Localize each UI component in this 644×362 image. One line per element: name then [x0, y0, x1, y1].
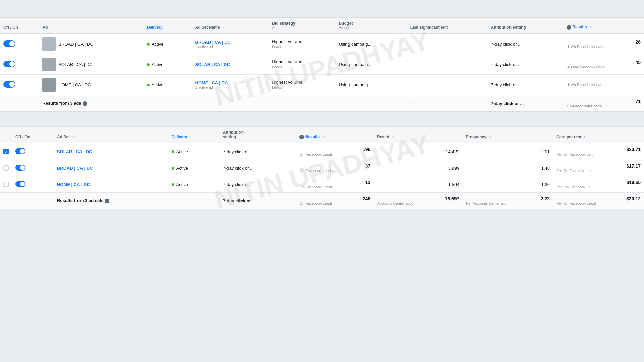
- adset-toggle-cell[interactable]: [12, 176, 54, 193]
- adset-results-cell: 37 On-Facebook Leads: [296, 160, 374, 176]
- ad-name: BROAD | CA | DC: [58, 42, 93, 47]
- bid-strategy-cell: Highest volume Leads: [269, 34, 335, 54]
- bsummary-results: 246 On-Facebook Leads: [296, 193, 374, 209]
- results-sub: ⬇ On-Facebook Lead: [567, 83, 641, 87]
- adset-results-info-icon[interactable]: i: [299, 135, 304, 139]
- download-icon: ⬇: [567, 45, 570, 49]
- col-header-adset-results: i Results ▼: [296, 127, 374, 143]
- bid-strategy-value: Highest volume: [272, 59, 302, 64]
- results-number: 45: [567, 60, 641, 65]
- status-dot: [147, 43, 150, 46]
- toggle-switch[interactable]: [3, 81, 15, 88]
- delivery-cell: Active: [144, 34, 192, 54]
- ad-set-link[interactable]: BROAD | CA | DC: [195, 40, 231, 45]
- attribution-cell: 7-day click or ...: [488, 54, 563, 75]
- col-header-reach: Reach ▼: [374, 127, 463, 143]
- col-header-ad-set-name: Ad Set Name ▼: [192, 18, 269, 34]
- top-table-row: HOME | CA | DC Active HOME | CA | DC 1 a…: [0, 75, 644, 95]
- adset-name-link[interactable]: BROAD | CA | DC: [57, 166, 93, 171]
- row-checkbox[interactable]: [3, 165, 9, 171]
- summary-results-sub: On-Facebook Leads: [567, 104, 641, 108]
- bsummary-reach-sub: Accounts Center acco...: [377, 201, 459, 205]
- ad-cell: HOME | CA | DC: [39, 75, 144, 95]
- adset-name-link[interactable]: HOME | CA | DC: [57, 182, 90, 187]
- bid-strategy-cell: Highest volume Leads: [269, 75, 335, 95]
- adset-cost-sub: Per On-Facebook Le...: [556, 169, 641, 173]
- adset-toggle-cell[interactable]: [12, 160, 54, 176]
- adset-reach-cell: 1,564: [374, 176, 463, 193]
- adset-cost-num: $17.17: [556, 163, 641, 169]
- adset-name-link[interactable]: SOLAR | CA | DC: [57, 149, 92, 154]
- col-header-adset-attribution: Attributionsetting: [220, 127, 296, 143]
- bottom-table-summary-row: Results from 3 ad sets i 7-day click or …: [0, 193, 644, 209]
- ad-thumbnail: [42, 78, 56, 92]
- col-header-results: i Results ▼: [563, 18, 644, 34]
- bsummary-cost-sub: Per On-Facebook Leads: [556, 201, 641, 205]
- toggle-cell[interactable]: [0, 34, 39, 54]
- bsummary-results-sub: On-Facebook Leads: [299, 201, 370, 205]
- row-checkbox[interactable]: ✓: [3, 149, 9, 154]
- row-checkbox[interactable]: [3, 182, 9, 187]
- results-sub: ⬇ On-Facebook Leads: [567, 45, 641, 49]
- summary-bid: [269, 95, 335, 112]
- col-header-last-edit: Last significant edit: [407, 18, 488, 34]
- checkbox-cell[interactable]: [0, 176, 12, 193]
- download-icon: ⬇: [567, 83, 570, 87]
- ad-name: HOME | CA | DC: [58, 82, 91, 87]
- summary-attribution: 7-day click or ...: [488, 95, 563, 112]
- bsummary-attribution: 7-day click or ...: [220, 193, 296, 209]
- checkbox-cell[interactable]: ✓: [0, 143, 12, 160]
- ad-cell: SOLAR | CA | DC: [39, 54, 144, 75]
- adset-delivery-cell: Active: [168, 143, 220, 160]
- adset-toggle[interactable]: [15, 165, 25, 171]
- bid-strategy-value: Highest volume: [272, 80, 302, 85]
- adset-toggle-cell[interactable]: [12, 143, 54, 160]
- bsummary-frequency: 2.22 Per Accounts Center a...: [463, 193, 553, 209]
- budget-cell: Using campaig...: [335, 54, 407, 75]
- col-header-delivery[interactable]: Delivery ↑: [144, 18, 192, 34]
- ad-set-name-cell: SOLAR | CA | DC: [192, 54, 269, 75]
- adset-toggle[interactable]: [15, 148, 25, 154]
- col-header-adset-delivery[interactable]: Delivery ↑: [168, 127, 220, 143]
- toggle-cell[interactable]: [0, 54, 39, 75]
- adset-status-dot: [172, 167, 174, 170]
- results-number: 26: [567, 39, 641, 45]
- adset-name-cell: BROAD | CA | DC: [54, 160, 168, 176]
- adset-name-cell: SOLAR | CA | DC: [54, 143, 168, 160]
- summary-adset: [192, 95, 269, 112]
- col-header-ad: Ad: [39, 18, 144, 34]
- toggle-switch[interactable]: [3, 40, 15, 47]
- last-edit-cell: [407, 75, 488, 95]
- ad-set-link[interactable]: SOLAR | CA | DC: [195, 62, 230, 67]
- adset-results-sub: On-Facebook Leads: [299, 169, 370, 173]
- adset-results-sub: On-Facebook Leads: [299, 185, 370, 189]
- top-table-summary-row: Results from 3 ads i — 7-day click or ..…: [0, 95, 644, 112]
- bsummary-cost-num: $20.12: [556, 196, 641, 201]
- top-section: NITIN UPADHYAY Off / On Ad Delivery ↑ Ad…: [0, 17, 644, 120]
- col-header-attribution: Attribution setting: [488, 18, 563, 34]
- top-table-row: SOLAR | CA | DC Active SOLAR | CA | DC H…: [0, 54, 644, 75]
- adset-results-cell: 196 On-Facebook Leads: [296, 143, 374, 160]
- checkbox-cell[interactable]: [0, 160, 12, 176]
- top-table-section: Off / On Ad Delivery ↑ Ad Set Name ▼ Bid…: [0, 17, 644, 112]
- results-cell: 26 ⬇ On-Facebook Leads: [563, 34, 644, 54]
- ad-set-link[interactable]: HOME | CA | DC: [195, 80, 228, 85]
- last-edit-cell: [407, 34, 488, 54]
- col-header-adset-name: Ad Set ▼: [54, 127, 168, 143]
- bsummary-info-icon[interactable]: i: [105, 199, 109, 203]
- adset-results-sub: On-Facebook Leads: [299, 152, 370, 156]
- summary-empty: [0, 95, 39, 112]
- adset-cost-cell: $19.65 Per On-Facebook Le...: [553, 176, 644, 193]
- ad-name: SOLAR | CA | DC: [58, 62, 92, 67]
- status-dot: [147, 84, 150, 86]
- adset-toggle[interactable]: [15, 181, 25, 187]
- attribution-cell: 7-day click or ...: [488, 34, 563, 54]
- summary-info-icon[interactable]: i: [83, 101, 87, 106]
- adset-frequency-cell: 1.48: [463, 160, 553, 176]
- adset-results-num: 13: [299, 180, 370, 185]
- bid-strategy-sub: Leads: [272, 85, 282, 89]
- results-info-icon[interactable]: i: [567, 25, 571, 30]
- toggle-switch[interactable]: [3, 61, 15, 67]
- results-cell: 45 ⬇ On-Facebook Leads: [563, 54, 644, 75]
- toggle-cell[interactable]: [0, 75, 39, 95]
